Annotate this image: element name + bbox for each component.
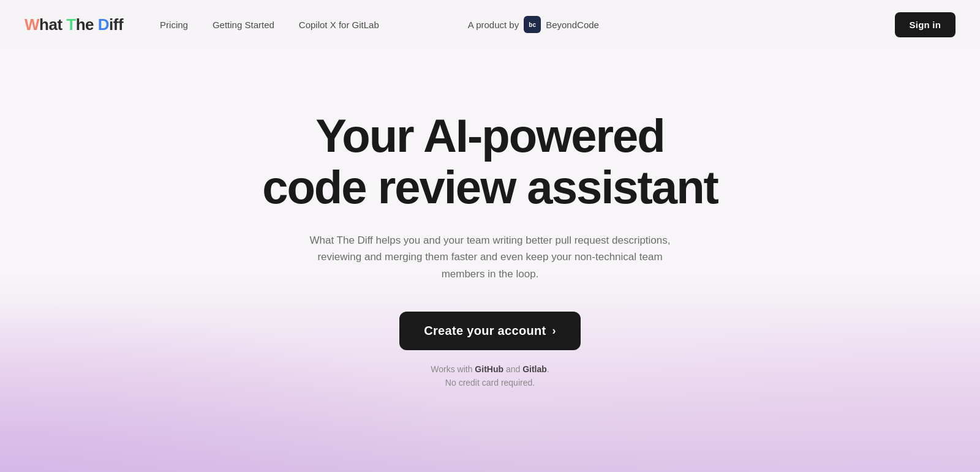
- product-attribution: A product by bc BeyondCode: [468, 16, 599, 33]
- cta-subtext-line1: Works with GitHub and Gitlab.: [431, 362, 549, 376]
- create-account-button[interactable]: Create your account ›: [399, 312, 580, 350]
- cta-arrow-icon: ›: [552, 324, 556, 337]
- nav-links: Pricing Getting Started Copilot X for Gi…: [160, 20, 456, 30]
- cta-subtext: Works with GitHub and Gitlab. No credit …: [431, 362, 549, 390]
- logo-iff: iff: [109, 15, 123, 34]
- hero-title-line1: Your AI-powered: [315, 110, 665, 162]
- nav-link-pricing[interactable]: Pricing: [160, 20, 188, 30]
- logo-w: W: [24, 15, 39, 34]
- sign-in-button[interactable]: Sign in: [895, 12, 956, 37]
- beyondcode-logo: bc: [524, 16, 541, 33]
- logo-he: he: [76, 15, 98, 34]
- hero-title: Your AI-powered code review assistant: [262, 110, 718, 212]
- logo-hat: hat: [39, 15, 66, 34]
- cta-subtext-line2: No credit card required.: [431, 376, 549, 389]
- hero-title-line2: code review assistant: [262, 161, 718, 213]
- cta-label: Create your account: [424, 324, 546, 338]
- logo-t: T: [66, 15, 75, 34]
- hero-subtitle: What The Diff helps you and your team wr…: [300, 232, 680, 282]
- nav-link-copilot[interactable]: Copilot X for GitLab: [299, 20, 379, 30]
- product-text: A product by: [468, 20, 519, 30]
- hero-section: Your AI-powered code review assistant Wh…: [0, 49, 980, 390]
- logo[interactable]: What The Diff: [24, 15, 123, 34]
- navbar: What The Diff Pricing Getting Started Co…: [0, 0, 980, 49]
- logo-d: D: [98, 15, 109, 34]
- nav-link-getting-started[interactable]: Getting Started: [213, 20, 274, 30]
- beyondcode-label: BeyondCode: [546, 20, 599, 30]
